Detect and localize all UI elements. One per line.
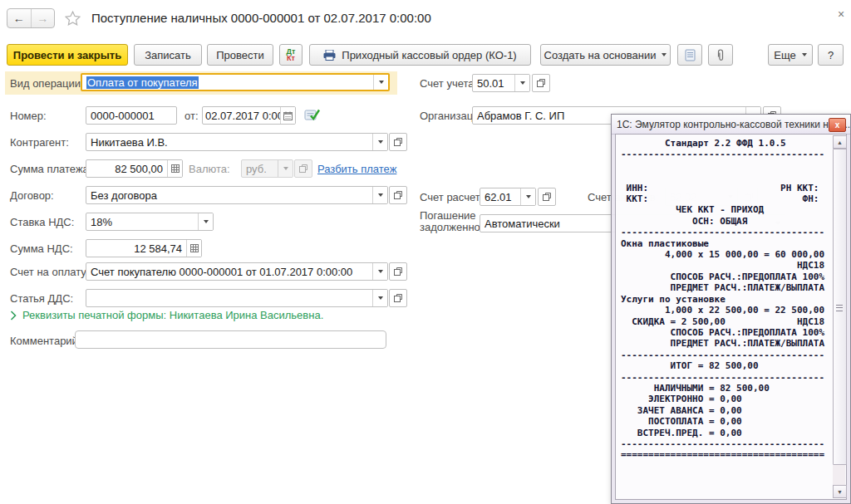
contract-value: Без договора: [86, 187, 372, 203]
account-value: 50.01: [473, 75, 514, 91]
invoice-field[interactable]: Счет покупателю 0000-000001 от 01.07.201…: [86, 262, 388, 281]
operation-label: Вид операции:: [10, 77, 84, 90]
currency-label: Валюта:: [189, 163, 230, 175]
vat-amount-value: 12 584,74: [86, 240, 186, 257]
receipt-text: Стандарт 2.2 ФФД 1.0.5 -----------------…: [621, 138, 824, 461]
counterparty-value: Никитаева И.В.: [86, 134, 372, 150]
date-field[interactable]: 02.07.2017 0:00:00: [202, 106, 296, 125]
date-value: 02.07.2017 0:00:00: [203, 107, 280, 124]
calendar-icon[interactable]: [280, 107, 295, 124]
close-icon[interactable]: ×: [834, 7, 849, 22]
more-button[interactable]: Еще: [768, 44, 813, 66]
invoice-open-button[interactable]: [389, 262, 407, 281]
scroll-down-icon[interactable]: ▼: [833, 485, 847, 498]
attachments-button[interactable]: [708, 44, 733, 66]
settlement-account-field[interactable]: 62.01: [480, 188, 536, 206]
repayment-label-line1: Погашение: [420, 209, 476, 222]
chevron-right-icon[interactable]: [10, 311, 17, 321]
post-button[interactable]: Провести: [207, 44, 273, 66]
comment-field[interactable]: [75, 330, 386, 349]
counterparty-dropdown-button[interactable]: [372, 134, 387, 150]
print-form-details-link[interactable]: Реквизиты печатной формы: Никитаева Ирин…: [22, 309, 323, 321]
document-posted-check-icon: [304, 108, 321, 121]
currency-field: руб.: [241, 159, 293, 178]
counterparty-open-button[interactable]: [389, 133, 407, 151]
favorite-star-icon[interactable]: [65, 11, 81, 26]
calculator-icon[interactable]: [186, 240, 201, 257]
dds-open-button[interactable]: [389, 289, 407, 307]
nav-history-group: ← →: [7, 8, 55, 28]
page-title: Поступление наличных 0000-000001 от 02.0…: [91, 11, 431, 25]
document-reports-button[interactable]: [677, 44, 702, 66]
vat-amount-field[interactable]: 12 584,74: [86, 239, 202, 257]
settlement-open-button[interactable]: [538, 188, 556, 206]
operation-field[interactable]: Оплата от покупателя: [81, 73, 390, 91]
account-dropdown-button[interactable]: [514, 75, 529, 91]
settlement-dropdown-button[interactable]: [520, 188, 535, 205]
scroll-up-icon[interactable]: ▲: [833, 135, 847, 149]
number-label: Номер:: [10, 110, 47, 122]
counterparty-field[interactable]: Никитаева И.В.: [86, 133, 388, 151]
kt-label: Кт: [287, 55, 295, 61]
help-button[interactable]: ?: [818, 44, 844, 66]
operation-dropdown-button[interactable]: [373, 75, 388, 90]
forward-button[interactable]: →: [31, 9, 55, 27]
dt-kt-postings-button[interactable]: Дт Кт: [279, 44, 303, 66]
vat-rate-dropdown-button[interactable]: [198, 213, 213, 230]
comment-label: Комментарий:: [10, 335, 81, 347]
vat-rate-field[interactable]: 18%: [86, 213, 214, 231]
invoice-value: Счет покупателю 0000-000001 от 01.07.201…: [86, 263, 372, 280]
chevron-down-icon: [379, 81, 384, 84]
dds-dropdown-button[interactable]: [372, 290, 387, 306]
dds-label: Статья ДДС:: [10, 292, 73, 305]
chevron-down-icon: [802, 53, 807, 56]
paperclip-icon: [716, 49, 726, 61]
settlement-account-value: 62.01: [480, 188, 520, 205]
calculator-icon[interactable]: [167, 160, 182, 177]
split-payment-link[interactable]: Разбить платеж: [317, 163, 396, 175]
kkt-emulator-window: 1С: Эмулятор контрольно-кассовой техники…: [611, 114, 851, 504]
account-open-button[interactable]: [532, 74, 550, 92]
save-button[interactable]: Записать: [134, 44, 202, 66]
contract-open-button[interactable]: [389, 186, 407, 204]
operation-value: Оплата от покупателя: [86, 76, 199, 89]
dds-field[interactable]: [86, 289, 388, 307]
contract-label: Договор:: [10, 189, 54, 202]
invoice-dropdown-button[interactable]: [372, 263, 387, 280]
currency-open-button: [294, 159, 312, 178]
back-button[interactable]: ←: [7, 9, 31, 27]
chevron-down-icon: [662, 53, 667, 56]
number-value: 0000-000001: [86, 107, 176, 124]
receipt-scrollbar[interactable]: ▲ ▼: [833, 135, 845, 498]
number-field[interactable]: 0000-000001: [86, 106, 177, 125]
post-and-close-button[interactable]: Провести и закрыть: [7, 44, 128, 66]
date-prefix-label: от:: [184, 110, 199, 122]
contract-field[interactable]: Без договора: [86, 186, 388, 204]
account-field[interactable]: 50.01: [472, 74, 530, 92]
contract-dropdown-button[interactable]: [372, 187, 387, 203]
create-based-on-button[interactable]: Создать на основании: [540, 44, 671, 66]
amount-label: Сумма платежа:: [10, 163, 91, 175]
kkt-emulator-close-button[interactable]: x: [829, 118, 846, 132]
currency-dropdown-button: [278, 160, 293, 177]
counterparty-label: Контрагент:: [10, 136, 69, 149]
amount-value: 82 500,00: [86, 160, 167, 177]
currency-value: руб.: [242, 160, 278, 177]
kkt-emulator-title: 1С: Эмулятор контрольно-кассовой техники…: [617, 119, 850, 130]
amount-field[interactable]: 82 500,00: [86, 159, 183, 178]
kkt-emulator-titlebar[interactable]: 1С: Эмулятор контрольно-кассовой техники…: [612, 115, 850, 135]
receipt-area: Стандарт 2.2 ФФД 1.0.5 -----------------…: [615, 134, 847, 500]
cash-order-print-button[interactable]: Приходный кассовый ордер (КО-1): [309, 44, 531, 66]
vat-amount-label: Сумма НДС:: [10, 242, 73, 255]
account-label: Счет учета:: [420, 77, 477, 90]
printer-icon: [323, 50, 336, 61]
vat-rate-value: 18%: [86, 213, 198, 230]
invoice-label: Счет на оплату:: [10, 266, 89, 278]
scrollbar-thumb[interactable]: [833, 149, 847, 465]
vat-rate-label: Ставка НДС:: [10, 216, 74, 228]
document-icon: [685, 49, 696, 61]
